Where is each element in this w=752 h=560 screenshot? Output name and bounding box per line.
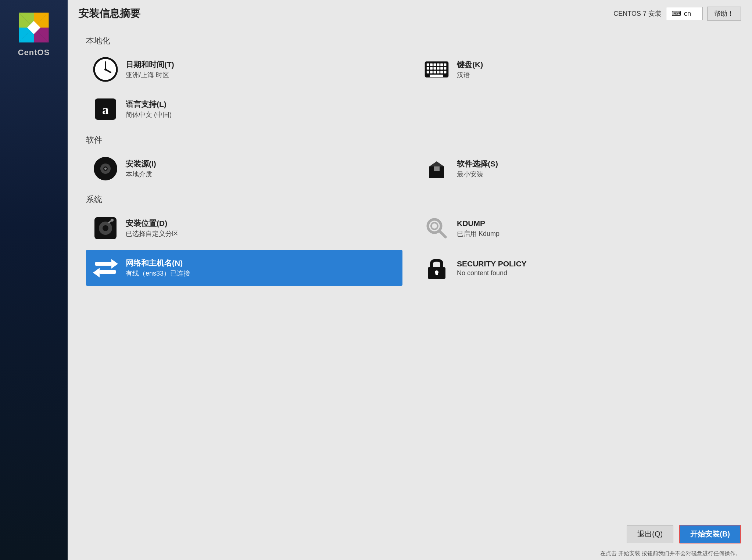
keyboard-item-icon — [424, 57, 450, 82]
svg-marker-40 — [429, 161, 444, 166]
svg-rect-41 — [434, 166, 440, 171]
main-content: 安装信息摘要 CENTOS 7 安装 ⌨ cn 帮助！ 本地化 — [68, 0, 752, 560]
language-value: cn — [684, 10, 691, 18]
security-text: SECURITY POLICY No content found — [457, 259, 527, 277]
svg-rect-25 — [444, 67, 447, 70]
item-software-select[interactable]: 软件选择(S) 最小安装 — [417, 151, 734, 187]
install-source-text: 安装源(I) 本地介质 — [126, 159, 156, 178]
svg-rect-19 — [444, 63, 447, 66]
datetime-subtitle: 亚洲/上海 时区 — [126, 71, 174, 79]
datetime-icon — [93, 57, 118, 82]
svg-rect-30 — [440, 71, 443, 73]
svg-rect-51 — [95, 262, 111, 266]
item-datetime[interactable]: 日期和时间(T) 亚洲/上海 时区 — [86, 51, 402, 87]
svg-point-49 — [431, 223, 438, 229]
item-install-dest[interactable]: 安装位置(D) 已选择自定义分区 — [86, 210, 402, 246]
kdump-title: KDUMP — [457, 218, 499, 228]
svg-text:a: a — [102, 103, 109, 117]
svg-point-12 — [104, 68, 107, 71]
item-network[interactable]: 网络和主机名(N) 有线（ens33）已连接 — [86, 250, 402, 286]
svg-rect-32 — [430, 75, 443, 77]
svg-rect-24 — [440, 67, 443, 70]
item-security[interactable]: SECURITY POLICY No content found — [417, 250, 734, 286]
installation-summary-content: 本地化 日期和时间(T) 亚洲/上海 时区 — [68, 24, 752, 520]
kdump-text: KDUMP 已启用 Kdump — [457, 218, 499, 238]
language-title: 语言支持(L) — [126, 99, 172, 109]
svg-rect-21 — [430, 67, 433, 70]
software-select-icon — [424, 156, 450, 182]
item-install-source[interactable]: 安装源(I) 本地介质 — [86, 151, 402, 187]
language-subtitle: 简体中文 (中国) — [126, 110, 172, 119]
kdump-icon — [424, 215, 450, 241]
network-icon — [93, 255, 118, 281]
svg-point-46 — [111, 219, 114, 222]
start-install-button[interactable]: 开始安装(B) — [679, 525, 741, 543]
security-subtitle: No content found — [457, 269, 527, 277]
svg-rect-31 — [444, 71, 447, 73]
install-dest-title: 安装位置(D) — [126, 218, 179, 228]
bottom-note: 在点击 开始安装 按钮前我们并不会对磁盘进行任何操作。 — [68, 549, 752, 560]
datetime-title: 日期和时间(T) — [126, 60, 174, 69]
software-select-text: 软件选择(S) 最小安装 — [457, 159, 498, 178]
svg-point-38 — [104, 168, 107, 170]
datetime-text: 日期和时间(T) 亚洲/上海 时区 — [126, 60, 174, 79]
install-source-subtitle: 本地介质 — [126, 170, 156, 179]
install-dest-icon — [93, 215, 118, 241]
sidebar: CentOS — [0, 0, 68, 560]
svg-line-48 — [439, 231, 445, 237]
page-title: 安装信息摘要 — [79, 7, 140, 21]
svg-rect-53 — [100, 270, 116, 274]
help-button[interactable]: 帮助！ — [707, 7, 741, 21]
svg-rect-57 — [436, 272, 438, 275]
install-dest-text: 安装位置(D) 已选择自定义分区 — [126, 218, 179, 238]
svg-rect-20 — [427, 67, 429, 70]
centos-logo — [17, 11, 50, 44]
svg-rect-14 — [427, 63, 429, 66]
keyboard-subtitle: 汉语 — [457, 71, 483, 79]
network-title: 网络和主机名(N) — [126, 258, 190, 268]
language-item-icon: a — [93, 96, 118, 122]
svg-rect-29 — [437, 71, 440, 73]
software-select-subtitle: 最小安装 — [457, 170, 498, 179]
item-keyboard[interactable]: 键盘(K) 汉语 — [417, 51, 734, 87]
network-subtitle: 有线（ens33）已连接 — [126, 269, 190, 278]
svg-point-44 — [103, 225, 108, 231]
section-label-software: 软件 — [86, 134, 734, 146]
item-language[interactable]: a 语言支持(L) 简体中文 (中国) — [86, 91, 402, 127]
language-selector[interactable]: ⌨ cn — [666, 7, 703, 20]
quit-button[interactable]: 退出(Q) — [627, 525, 673, 543]
install-dest-subtitle: 已选择自定义分区 — [126, 229, 179, 238]
localization-grid: 日期和时间(T) 亚洲/上海 时区 — [86, 51, 734, 127]
system-grid: 安装位置(D) 已选择自定义分区 KDUMP 已启用 Kdump — [86, 210, 734, 286]
sidebar-centos-title: CentOS — [18, 48, 50, 57]
topbar-right: CENTOS 7 安装 ⌨ cn 帮助！ — [613, 7, 741, 21]
keyboard-title: 键盘(K) — [457, 60, 483, 69]
software-select-title: 软件选择(S) — [457, 159, 498, 169]
item-kdump[interactable]: KDUMP 已启用 Kdump — [417, 210, 734, 246]
svg-rect-16 — [434, 63, 436, 66]
section-label-system: 系统 — [86, 194, 734, 205]
centos-version-label: CENTOS 7 安装 — [613, 9, 662, 18]
svg-rect-23 — [437, 67, 440, 70]
network-text: 网络和主机名(N) 有线（ens33）已连接 — [126, 258, 190, 277]
security-icon — [424, 255, 450, 281]
svg-rect-15 — [430, 63, 433, 66]
bottombar: 退出(Q) 开始安装(B) — [68, 520, 752, 549]
install-source-icon — [93, 156, 118, 182]
svg-rect-18 — [440, 63, 443, 66]
security-title: SECURITY POLICY — [457, 259, 527, 269]
section-label-localization: 本地化 — [86, 35, 734, 46]
svg-rect-26 — [427, 71, 429, 73]
svg-marker-52 — [111, 259, 118, 269]
keyboard-icon: ⌨ — [672, 10, 681, 18]
svg-rect-17 — [437, 63, 440, 66]
language-text: 语言支持(L) 简体中文 (中国) — [126, 99, 172, 119]
kdump-subtitle: 已启用 Kdump — [457, 229, 499, 238]
svg-marker-54 — [93, 268, 100, 277]
install-source-title: 安装源(I) — [126, 159, 156, 169]
svg-rect-27 — [430, 71, 433, 73]
topbar: 安装信息摘要 CENTOS 7 安装 ⌨ cn 帮助！ — [68, 0, 752, 24]
svg-rect-28 — [434, 71, 436, 73]
keyboard-text: 键盘(K) 汉语 — [457, 60, 483, 79]
svg-rect-22 — [434, 67, 436, 70]
